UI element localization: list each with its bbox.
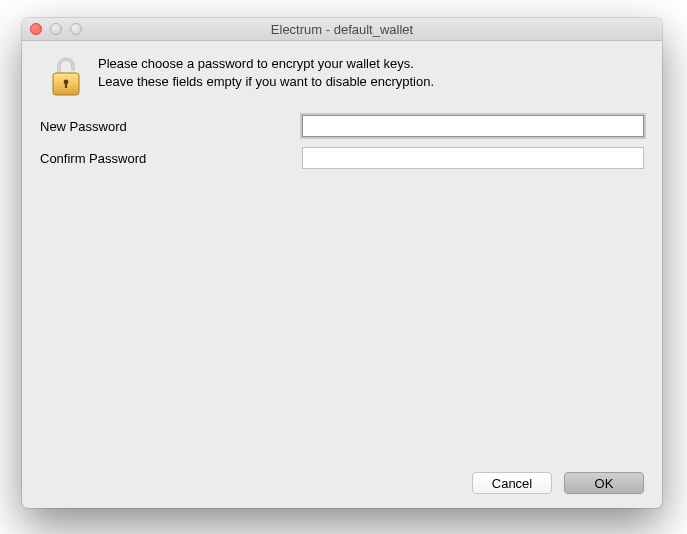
padlock-icon xyxy=(48,55,84,99)
cancel-button[interactable]: Cancel xyxy=(472,472,552,494)
new-password-input[interactable] xyxy=(302,115,644,137)
instruction-line-1: Please choose a password to encrypt your… xyxy=(98,55,434,73)
instruction-text: Please choose a password to encrypt your… xyxy=(98,55,434,90)
minimize-icon[interactable] xyxy=(50,23,62,35)
confirm-password-label: Confirm Password xyxy=(40,151,302,166)
dialog-window: Electrum - default_wallet xyxy=(22,18,662,508)
zoom-icon[interactable] xyxy=(70,23,82,35)
new-password-label: New Password xyxy=(40,119,302,134)
window-title: Electrum - default_wallet xyxy=(30,22,654,37)
close-icon[interactable] xyxy=(30,23,42,35)
titlebar: Electrum - default_wallet xyxy=(22,18,662,41)
ok-button[interactable]: OK xyxy=(564,472,644,494)
window-controls xyxy=(30,23,82,35)
instruction-line-2: Leave these fields empty if you want to … xyxy=(98,73,434,91)
svg-rect-2 xyxy=(65,82,67,88)
confirm-password-input[interactable] xyxy=(302,147,644,169)
